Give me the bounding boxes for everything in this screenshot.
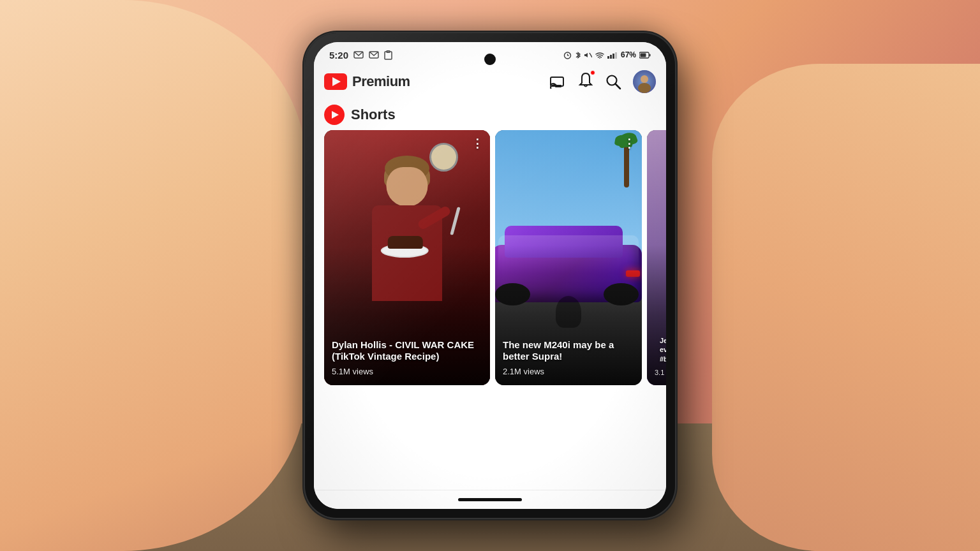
svg-rect-12 <box>615 52 617 59</box>
mute-icon <box>584 51 592 59</box>
status-right: 67% <box>563 50 651 59</box>
youtube-icon <box>324 73 347 90</box>
svg-rect-11 <box>612 54 614 59</box>
shorts-icon <box>324 105 345 125</box>
header-actions <box>550 70 656 93</box>
short-overlay-3 <box>647 245 666 385</box>
youtube-premium-label: Premium <box>352 73 410 90</box>
svg-point-8 <box>599 58 600 59</box>
battery-icon <box>639 52 651 59</box>
youtube-logo[interactable]: Premium <box>324 73 410 90</box>
scene: 5:20 67% <box>0 0 980 551</box>
short-info-2: The new M240i may be a better Supra! 2.1… <box>503 339 634 377</box>
svg-point-23 <box>638 83 651 93</box>
shorts-play-icon <box>332 111 339 119</box>
notifications-button[interactable] <box>578 72 593 91</box>
short-title-2: The new M240i may be a better Supra! <box>503 339 634 364</box>
battery-percent: 67% <box>621 50 636 59</box>
youtube-play-icon <box>332 77 341 86</box>
svg-point-17 <box>550 87 552 89</box>
right-hand-background <box>712 64 980 551</box>
svg-rect-15 <box>641 53 646 57</box>
bluetooth-icon <box>575 51 581 59</box>
home-indicator <box>458 498 522 501</box>
status-left: 5:20 <box>329 50 392 61</box>
short-info-1: Dylan Hollis - CIVIL WAR CAKE (TikTok Vi… <box>332 339 482 377</box>
svg-rect-18 <box>555 85 561 87</box>
short-card-1[interactable]: ⋮ Dylan Hollis - CIVIL WAR CAKE (TikTok … <box>324 130 490 385</box>
short-more-options-1[interactable]: ⋮ <box>471 136 484 151</box>
svg-line-20 <box>616 84 621 89</box>
shorts-header: Shorts <box>314 98 666 130</box>
alarm-icon <box>563 51 572 59</box>
short-views-2: 2.1M views <box>503 367 634 376</box>
short-more-options-2[interactable]: ⋮ <box>623 136 635 151</box>
message2-icon <box>369 51 379 59</box>
youtube-header: Premium <box>314 65 666 98</box>
short-views-3: 3.1 <box>655 369 666 376</box>
shorts-section: Shorts <box>314 98 666 490</box>
camera-cutout <box>484 54 496 65</box>
svg-point-22 <box>641 75 648 83</box>
phone: 5:20 67% <box>305 33 675 518</box>
svg-line-7 <box>590 53 592 57</box>
signal-icon <box>607 52 618 59</box>
cast-icon[interactable] <box>550 75 567 89</box>
status-time: 5:20 <box>329 50 348 61</box>
short-title-1: Dylan Hollis - CIVIL WAR CAKE (TikTok Vi… <box>332 339 482 364</box>
svg-rect-10 <box>610 55 612 59</box>
shorts-grid: ⋮ Dylan Hollis - CIVIL WAR CAKE (TikTok … <box>314 130 666 385</box>
phone-screen: 5:20 67% <box>314 42 666 509</box>
notification-dot <box>590 70 595 75</box>
left-hand-background <box>0 0 306 551</box>
wifi-icon <box>595 52 604 59</box>
short-card-2[interactable]: ⋮ The new M240i may be a better Supra! 2… <box>495 130 642 385</box>
shorts-title: Shorts <box>351 107 396 123</box>
message-icon <box>353 51 364 59</box>
clipboard-icon <box>384 50 392 60</box>
user-avatar[interactable] <box>633 70 656 93</box>
short-views-1: 5.1M views <box>332 367 482 376</box>
bottom-nav-bar <box>314 490 666 509</box>
search-icon[interactable] <box>605 73 621 90</box>
short-card-3[interactable]: Jeev#b 3.1 <box>647 130 666 385</box>
svg-rect-9 <box>607 56 609 59</box>
short-info-3: Jeev#b 3.1 <box>655 369 666 376</box>
svg-rect-14 <box>650 54 651 56</box>
short-title-3: Jeev#b <box>660 336 666 364</box>
